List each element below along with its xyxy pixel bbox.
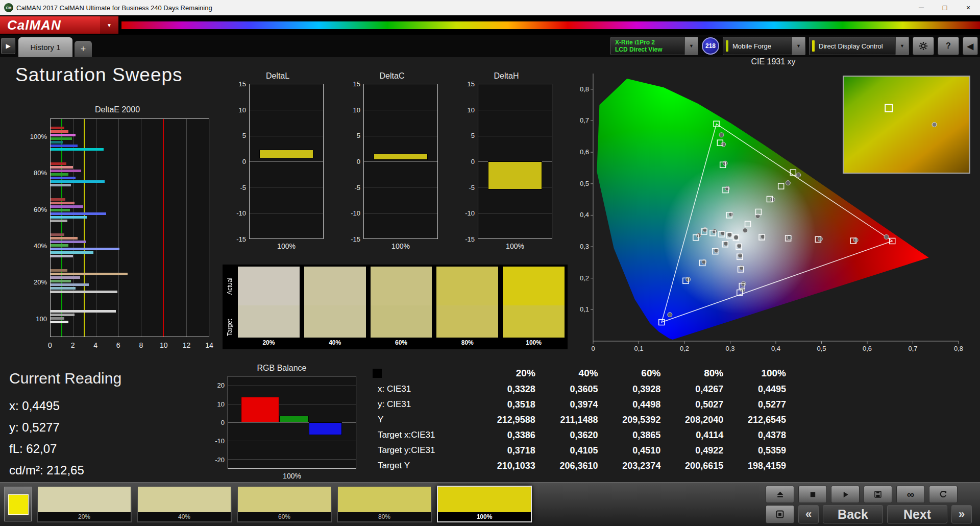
titlebar: CM CalMAN 2017 CalMAN Ultimate for Busin… (0, 0, 980, 15)
tab-history-1[interactable]: History 1 (18, 37, 72, 57)
deltae-x-tick: 10 (160, 341, 168, 349)
cie1931-title: CIE 1931 xy (572, 57, 975, 68)
table-cell: 0,4510 (606, 443, 669, 458)
table-cell: 0,5027 (669, 397, 731, 412)
loop-icon (939, 490, 947, 498)
saturation-level-button-40%[interactable]: 40% (137, 486, 232, 522)
deltae-bar (51, 241, 86, 243)
y-tick-label: -10 (236, 209, 246, 217)
help-icon: ? (946, 41, 951, 51)
back-chevron-button[interactable]: « (798, 505, 819, 523)
table-column-header: 60% (606, 366, 669, 381)
display-control-label: Direct Display Control (815, 42, 887, 50)
deltaC-bar (374, 154, 428, 160)
deltae-bar (51, 209, 70, 211)
prev-chevron-icon: « (805, 508, 812, 521)
svg-text:0,7: 0,7 (580, 116, 589, 124)
table-cell: 0,3386 (481, 428, 544, 442)
deltae-x-tick: 8 (139, 341, 143, 349)
table-cell: 203,2374 (606, 459, 669, 473)
tab-bar: ▶ History 1 + X-Rite i1Pro 2 LCD Direct … (0, 35, 980, 57)
expand-panel-button[interactable]: ▶ (1, 38, 15, 54)
collapse-panel-button[interactable]: ◀ (963, 37, 978, 55)
deltae-bar (51, 145, 78, 147)
deltae-bar (51, 248, 119, 250)
deltae-bar (51, 314, 75, 316)
deltal-chart: DeltaL 151050-5-10-15 100% (231, 71, 325, 251)
saturation-level-button-80%[interactable]: 80% (337, 486, 432, 522)
reading-cd: cd/m²: 212,65 (9, 460, 121, 481)
table-cell: 0,3974 (544, 397, 606, 412)
saturation-level-button-100%[interactable]: 100% (437, 486, 532, 522)
logo-caret-icon[interactable]: ▼ (100, 16, 118, 34)
y-tick-label: -5 (354, 183, 360, 191)
table-cell: 211,1488 (544, 413, 606, 427)
minimize-button[interactable]: ─ (910, 0, 933, 15)
calman-logo-menu[interactable]: CalMAN ▼ (0, 16, 118, 34)
table-column-header: 20% (481, 366, 544, 381)
deltae-x-tick: 14 (205, 341, 213, 349)
y-tick-label: 0 (221, 419, 225, 426)
saturation-level-button-60%[interactable]: 60% (237, 486, 332, 522)
level-button-label: 100% (438, 512, 531, 521)
eject-button[interactable] (766, 486, 794, 503)
current-reading-title: Current Reading (9, 370, 121, 387)
maximize-button[interactable]: □ (933, 0, 957, 15)
settings-button[interactable] (913, 37, 934, 55)
y-tick-label: -15 (351, 235, 360, 243)
current-color-swatch (8, 494, 29, 515)
deltae-bar-group (51, 264, 209, 299)
source-dropdown[interactable]: Mobile Forge ▼ (723, 37, 805, 55)
continuous-read-button[interactable]: ∞ (896, 486, 925, 503)
next-button[interactable]: Next (887, 505, 947, 523)
next-chevron-button[interactable]: » (951, 505, 972, 523)
y-tick-label: 15 (353, 80, 360, 88)
deltae-bar (51, 202, 75, 204)
page-title: Saturation Sweeps (15, 64, 183, 86)
save-button[interactable] (864, 486, 892, 503)
svg-text:0,5: 0,5 (580, 180, 589, 187)
deltae-bar (51, 180, 105, 183)
saturation-swatch: 40% (304, 267, 366, 347)
saturation-level-button-20%[interactable]: 20% (37, 486, 132, 522)
rgb-balance-title: RGB Balance (206, 364, 357, 375)
rgb-bar-red (241, 397, 279, 422)
meter-caret-icon[interactable]: ▼ (684, 37, 698, 55)
loop-button[interactable] (929, 486, 958, 503)
add-tab-button[interactable]: + (75, 41, 92, 57)
expand-arrow-icon: ▶ (6, 42, 10, 50)
deltac-chart: DeltaC 151050-5-10-15 100% (345, 71, 439, 251)
help-button[interactable]: ? (938, 37, 959, 55)
deltae-bar (51, 233, 64, 236)
table-cell: 0,3328 (481, 382, 544, 396)
deltae-bar (51, 276, 80, 279)
deltae2000-chart: DeltaE 2000 100%80%60%40%20%100 02468101… (23, 105, 211, 350)
deltae-x-tick: 0 (48, 341, 52, 349)
close-button[interactable]: × (957, 0, 980, 15)
deltae-bar (51, 216, 87, 219)
single-measure-button[interactable] (766, 505, 794, 523)
y-tick-label: 10 (217, 400, 225, 408)
swatch-label: 80% (436, 338, 498, 347)
table-cell: 209,5392 (606, 413, 669, 427)
deltae-bar (51, 198, 65, 201)
meter-dropdown[interactable]: X-Rite i1Pro 2 LCD Direct View ▼ (610, 37, 698, 55)
deltae-group-label: 100 (23, 301, 50, 337)
table-cell: 0,3620 (544, 428, 606, 442)
calman-app-window: CM CalMAN 2017 CalMAN Ultimate for Busin… (0, 0, 980, 526)
back-button[interactable]: Back (823, 505, 883, 523)
stop-button[interactable] (798, 486, 827, 503)
y-tick-label: -10 (215, 437, 225, 445)
table-cell: 212,6545 (731, 413, 794, 427)
deltae-bar (51, 291, 117, 293)
source-caret-icon[interactable]: ▼ (792, 37, 805, 55)
play-button[interactable] (831, 486, 860, 503)
table-row-label: y: CIE31 (373, 397, 481, 412)
swatch-target-color (503, 305, 565, 338)
deltae-bar (51, 130, 68, 133)
deltae-bar (51, 212, 106, 215)
display-control-dropdown[interactable]: Direct Display Control ▼ (809, 37, 909, 55)
swatch-actual-color (503, 267, 565, 305)
display-caret-icon[interactable]: ▼ (895, 37, 909, 55)
y-tick-label: 0 (471, 158, 475, 165)
